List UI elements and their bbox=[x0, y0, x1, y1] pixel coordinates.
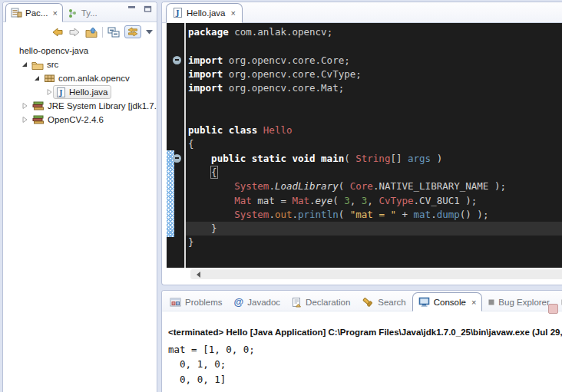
code-line-11: { bbox=[188, 166, 562, 180]
code-line-9: { bbox=[188, 137, 562, 151]
tree-item-label: JRE System Library [jdk1.7.0_25] bbox=[48, 101, 157, 110]
square-icon bbox=[488, 299, 494, 305]
close-icon[interactable]: × bbox=[231, 9, 236, 17]
problems-icon bbox=[170, 298, 181, 307]
code-line-15: } bbox=[188, 222, 562, 236]
forward-button[interactable] bbox=[68, 27, 81, 38]
range-indicator bbox=[167, 150, 174, 238]
project-tree: hello-opencv-javasrccom.anlak.opencvJHel… bbox=[3, 41, 157, 127]
library-icon bbox=[31, 115, 45, 125]
forward-icon bbox=[68, 27, 81, 38]
caret-expanded-icon[interactable] bbox=[20, 61, 28, 68]
view-window-buttons bbox=[127, 5, 152, 12]
source-folder-icon bbox=[31, 60, 44, 70]
tab-label: Javadoc bbox=[247, 298, 280, 307]
caret-collapsed-icon[interactable] bbox=[20, 102, 28, 110]
code-line-7 bbox=[188, 110, 562, 124]
tab-label: Ty... bbox=[81, 8, 98, 18]
tab-pac[interactable]: Pac...× bbox=[5, 3, 63, 22]
code-line-6 bbox=[188, 95, 562, 109]
tab-label: Search bbox=[378, 298, 405, 307]
package-explorer-toolbar bbox=[3, 22, 157, 41]
tree-item-jre-system-library-jdk1-7-0-25[interactable]: JRE System Library [jdk1.7.0_25] bbox=[3, 99, 157, 113]
console-icon bbox=[418, 297, 430, 307]
fold-collapse-icon[interactable] bbox=[173, 154, 181, 163]
editor-area: J Hello.java × package com.anlak.opencv;… bbox=[161, 2, 562, 285]
link-editor-button[interactable] bbox=[124, 25, 141, 38]
code-line-1: package com.anlak.opencv; bbox=[188, 25, 562, 39]
close-icon[interactable]: × bbox=[471, 298, 476, 306]
tree-item-hello-opencv-java[interactable]: hello-opencv-java bbox=[3, 44, 157, 58]
tree-item-body[interactable]: src bbox=[28, 58, 61, 71]
java-file-icon: J bbox=[56, 87, 66, 98]
tree-item-body[interactable]: OpenCV-2.4.6 bbox=[28, 113, 107, 127]
console-header: <terminated> Hello [Java Application] C:… bbox=[168, 328, 562, 337]
caret-expanded-icon[interactable] bbox=[32, 74, 41, 82]
code-editor[interactable]: package com.anlak.opencv;import org.open… bbox=[167, 23, 562, 268]
tab-search[interactable]: Search bbox=[356, 293, 411, 311]
editor-tab-hello-java[interactable]: J Hello.java × bbox=[166, 3, 243, 23]
tab-problems[interactable]: Problems bbox=[164, 293, 228, 311]
tab-label: Console bbox=[434, 298, 466, 307]
tree-item-label: src bbox=[47, 60, 58, 69]
code-text[interactable]: package com.anlak.opencv;import org.open… bbox=[186, 23, 562, 268]
editor-tab-label: Hello.java bbox=[187, 8, 226, 18]
collapse-all-icon bbox=[107, 27, 120, 38]
minimize-button[interactable] bbox=[127, 5, 136, 12]
caret-collapsed-icon[interactable] bbox=[45, 88, 53, 96]
tab-console[interactable]: Console× bbox=[412, 292, 483, 311]
package-explorer-icon bbox=[11, 8, 22, 18]
back-button[interactable] bbox=[51, 27, 64, 38]
caret-collapsed-icon[interactable] bbox=[20, 116, 28, 124]
collapse-all-button[interactable] bbox=[107, 27, 120, 38]
left-panel-tabbar: Pac...×Ty... bbox=[3, 2, 157, 22]
maximize-button[interactable] bbox=[144, 5, 152, 12]
tab-ty[interactable]: Ty... bbox=[63, 5, 102, 21]
tree-item-body[interactable]: JRE System Library [jdk1.7.0_25] bbox=[28, 99, 157, 113]
tree-item-label: Hello.java bbox=[69, 87, 108, 97]
horizontal-scrollbar[interactable] bbox=[190, 269, 562, 279]
up-icon bbox=[85, 27, 98, 38]
fold-collapse-icon[interactable] bbox=[173, 56, 181, 64]
tab-label: Problems bbox=[185, 298, 223, 307]
tree-item-label: hello-opencv-java bbox=[19, 46, 88, 55]
svg-text:J: J bbox=[58, 89, 62, 97]
tree-item-com-anlak-opencv[interactable]: com.anlak.opencv bbox=[3, 71, 157, 85]
code-line-8: public class Hello bbox=[188, 124, 562, 137]
tree-item-src[interactable]: src bbox=[3, 58, 157, 71]
terminate-button[interactable] bbox=[548, 304, 558, 314]
tree-item-body[interactable]: JHello.java bbox=[53, 85, 111, 99]
code-line-5: import org.opencv.core.Mat; bbox=[188, 81, 562, 95]
close-icon[interactable]: × bbox=[52, 9, 57, 17]
code-line-4: import org.opencv.core.CvType; bbox=[188, 68, 562, 81]
up-button[interactable] bbox=[85, 27, 98, 38]
code-line-10: public static void main( String[] args ) bbox=[188, 152, 562, 166]
tree-item-body[interactable]: com.anlak.opencv bbox=[41, 71, 133, 85]
tab-javadoc[interactable]: @Javadoc bbox=[229, 293, 286, 311]
tab-bug-explorer[interactable]: Bug Explorer bbox=[483, 293, 554, 311]
tab-label: Pac... bbox=[25, 8, 48, 18]
tab-label: Declaration bbox=[306, 298, 350, 307]
code-line-2 bbox=[188, 39, 562, 53]
javadoc-icon: @ bbox=[234, 298, 244, 307]
tab-declaration[interactable]: Declaration bbox=[286, 293, 355, 311]
library-icon bbox=[31, 101, 45, 111]
code-line-12: System.LoadLibrary( Core.NATIVE_LIBRARY_… bbox=[188, 180, 562, 193]
bottom-view-panel: Problems@JavadocDeclarationSearchConsole… bbox=[161, 290, 562, 392]
view-menu-button[interactable] bbox=[146, 30, 153, 35]
search-icon bbox=[362, 297, 374, 308]
code-line-3: import org.opencv.core.Core; bbox=[188, 54, 562, 68]
bottom-panel-tabbar: Problems@JavadocDeclarationSearchConsole… bbox=[162, 291, 562, 311]
view-menu-icon bbox=[146, 30, 153, 35]
code-line-16: } bbox=[188, 236, 562, 249]
code-line-13: Mat mat = Mat.eye( 3, 3, CvType.CV_8UC1 … bbox=[188, 194, 562, 208]
code-line-14: System.out.println( "mat = " + mat.dump(… bbox=[188, 208, 562, 222]
type-hierarchy-icon bbox=[68, 8, 78, 18]
tree-item-opencv-2-4-6[interactable]: OpenCV-2.4.6 bbox=[3, 113, 157, 127]
tree-item-body[interactable]: hello-opencv-java bbox=[16, 44, 91, 58]
editor-tabbar: J Hello.java × bbox=[162, 2, 562, 23]
scroll-left-icon[interactable] bbox=[193, 272, 200, 278]
tree-item-hello-java[interactable]: JHello.java bbox=[3, 85, 157, 99]
java-file-icon: J bbox=[173, 7, 183, 20]
tab-label: Bug Explorer bbox=[498, 298, 549, 307]
